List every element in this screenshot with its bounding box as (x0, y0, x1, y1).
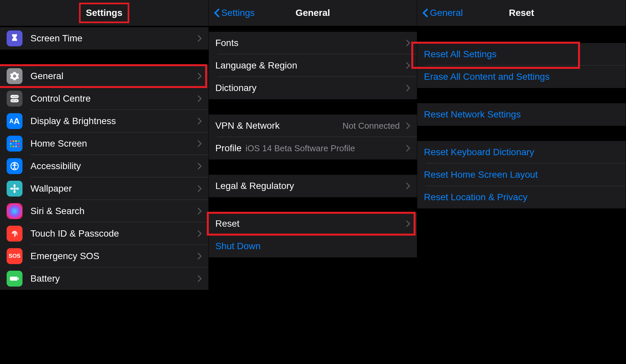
chevron-right-icon (406, 62, 410, 69)
row-label: Home Screen (30, 138, 194, 149)
text-size-icon: AA (7, 113, 22, 129)
row-reset-location-privacy[interactable]: Reset Location & Privacy (417, 186, 626, 208)
row-label: Reset Network Settings (424, 109, 619, 120)
chevron-right-icon (197, 72, 202, 80)
row-accessibility[interactable]: Accessibility (0, 155, 208, 177)
svg-point-5 (14, 163, 15, 165)
row-emergency-sos[interactable]: SOS Emergency SOS (0, 245, 208, 267)
settings-panel: Settings Screen Time General (0, 0, 209, 364)
nav-bar: General Reset (417, 0, 626, 26)
chevron-right-icon (197, 275, 202, 283)
row-dictionary[interactable]: Dictionary (209, 77, 417, 99)
row-reset-home-layout[interactable]: Reset Home Screen Layout (417, 163, 626, 186)
row-fonts[interactable]: Fonts (209, 32, 417, 54)
row-label: Reset All Settings (424, 49, 619, 60)
sos-icon: SOS (7, 248, 22, 264)
row-label: VPN & Network (215, 120, 342, 131)
row-shut-down[interactable]: Shut Down (209, 235, 417, 257)
row-touch-id[interactable]: Touch ID & Passcode (0, 222, 208, 245)
back-label: General (430, 8, 463, 18)
chevron-right-icon (406, 84, 410, 92)
row-control-centre[interactable]: Control Centre (0, 87, 208, 110)
row-value: iOS 14 Beta Software Profile (246, 143, 400, 154)
chevron-right-icon (406, 39, 410, 47)
row-label: Reset Keyboard Dictionary (424, 147, 619, 158)
chevron-right-icon (197, 140, 202, 148)
svg-point-1 (12, 96, 14, 98)
back-label: Settings (221, 8, 255, 18)
nav-bar: Settings (0, 0, 208, 26)
siri-icon (7, 203, 22, 219)
row-label: Shut Down (215, 241, 411, 251)
svg-rect-11 (10, 277, 18, 281)
back-button[interactable]: Settings (214, 8, 255, 18)
back-button[interactable]: General (423, 8, 463, 18)
nav-bar: Settings General (209, 0, 417, 26)
chevron-right-icon (197, 230, 202, 238)
chevron-right-icon (197, 207, 202, 215)
row-home-screen[interactable]: Home Screen (0, 132, 208, 155)
page-title: Settings (79, 3, 129, 23)
list-group: VPN & Network Not Connected Profile iOS … (209, 114, 417, 159)
row-language-region[interactable]: Language & Region (209, 54, 417, 77)
row-label: Siri & Search (30, 206, 194, 216)
gear-icon (7, 68, 22, 84)
svg-point-10 (16, 188, 19, 190)
row-label: Reset Home Screen Layout (424, 169, 619, 180)
chevron-right-icon (406, 144, 410, 152)
row-label: Control Centre (30, 93, 194, 104)
chevron-left-icon (423, 8, 428, 18)
svg-rect-12 (18, 278, 19, 280)
battery-icon (7, 271, 22, 287)
row-label: Erase All Content and Settings (424, 71, 619, 82)
chevron-right-icon (197, 95, 202, 103)
row-label: Display & Brightness (30, 116, 194, 126)
row-label: Touch ID & Passcode (30, 228, 194, 239)
row-battery[interactable]: Battery (0, 267, 208, 290)
page-title: Reset (509, 8, 534, 18)
list-group: Reset Network Settings (417, 103, 626, 126)
row-label: Dictionary (215, 83, 403, 93)
row-erase-all[interactable]: Erase All Content and Settings (417, 66, 626, 88)
row-reset-network[interactable]: Reset Network Settings (417, 103, 626, 126)
list-group: Screen Time (0, 27, 208, 50)
row-label: General (30, 71, 194, 81)
accessibility-icon (7, 158, 22, 174)
chevron-right-icon (197, 34, 202, 42)
row-label: Profile (215, 143, 242, 154)
row-reset[interactable]: Reset (209, 212, 417, 235)
chevron-right-icon (197, 117, 202, 125)
row-display-brightness[interactable]: AA Display & Brightness (0, 110, 208, 132)
chevron-right-icon (406, 182, 410, 190)
row-general[interactable]: General (0, 65, 208, 87)
list-group: Reset All Settings Erase All Content and… (417, 43, 626, 88)
row-profile[interactable]: Profile iOS 14 Beta Software Profile (209, 137, 417, 159)
row-vpn-network[interactable]: VPN & Network Not Connected (209, 114, 417, 137)
row-label: Accessibility (30, 161, 194, 171)
chevron-right-icon (197, 252, 202, 260)
svg-point-7 (14, 184, 16, 187)
row-siri-search[interactable]: Siri & Search (0, 200, 208, 222)
chevron-right-icon (197, 162, 202, 170)
app-grid-icon (7, 136, 22, 152)
general-panel: Settings General Fonts Language & Region… (209, 0, 418, 364)
row-legal-regulatory[interactable]: Legal & Regulatory (209, 175, 417, 197)
row-label: Screen Time (30, 33, 194, 44)
list-group: Fonts Language & Region Dictionary (209, 32, 417, 99)
toggles-icon (7, 91, 22, 107)
list-group: Reset Keyboard Dictionary Reset Home Scr… (417, 141, 626, 208)
reset-panel: General Reset Reset All Settings Erase A… (417, 0, 626, 364)
row-label: Reset Location & Privacy (424, 192, 619, 203)
row-value: Not Connected (342, 121, 400, 131)
chevron-right-icon (406, 220, 410, 228)
row-label: Reset (215, 218, 403, 229)
svg-point-6 (13, 187, 16, 190)
row-label: Language & Region (215, 60, 403, 71)
svg-point-8 (14, 190, 16, 193)
chevron-right-icon (197, 185, 202, 193)
row-wallpaper[interactable]: Wallpaper (0, 177, 208, 200)
chevron-left-icon (214, 8, 220, 18)
row-screen-time[interactable]: Screen Time (0, 27, 208, 50)
row-reset-keyboard[interactable]: Reset Keyboard Dictionary (417, 141, 626, 163)
row-reset-all-settings[interactable]: Reset All Settings (417, 43, 626, 66)
